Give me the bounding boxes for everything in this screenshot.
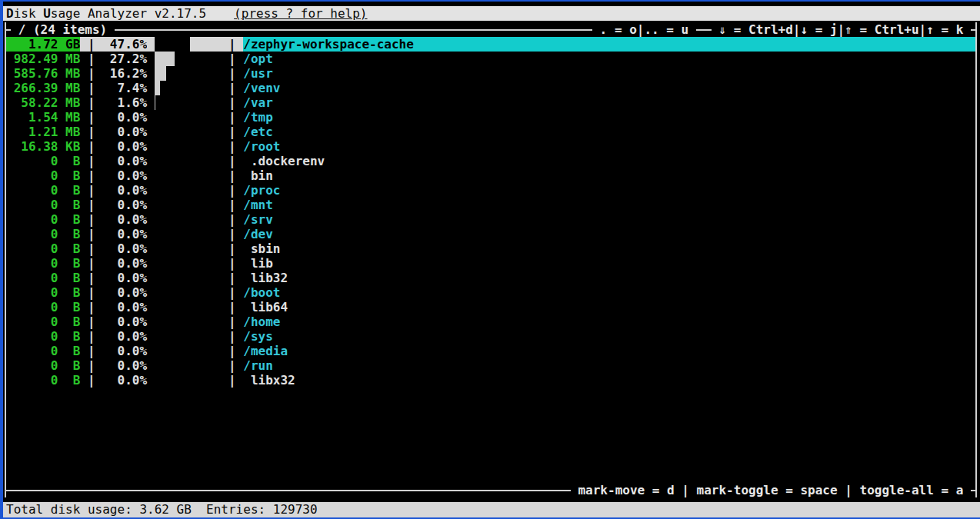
column-separator: | — [80, 139, 102, 154]
item-name: libx32 — [243, 373, 975, 388]
item-name: /home — [243, 314, 975, 329]
list-row[interactable]: 0 B | 0.0% | /boot — [6, 285, 975, 300]
column-gap — [147, 154, 155, 168]
column-gap — [147, 212, 155, 227]
usage-bar — [155, 183, 228, 198]
list-row[interactable]: 0 B | 0.0% | libx32 — [6, 373, 975, 388]
column-separator: | — [228, 256, 243, 271]
item-name: /zephyr-workspace-cache — [243, 37, 975, 52]
column-separator: | — [80, 154, 102, 168]
column-separator: | — [80, 227, 102, 241]
column-separator: | — [80, 344, 102, 358]
column-separator: | — [80, 285, 102, 300]
item-size: 0 B — [6, 300, 80, 314]
item-name: bin — [243, 168, 975, 183]
column-gap — [147, 183, 155, 198]
file-list-panel: / (24 items) . = o|.. = u ⇓ = Ctrl+d|↓ =… — [5, 22, 977, 497]
column-gap — [147, 139, 155, 154]
item-name: /usr — [243, 66, 975, 81]
column-separator: | — [80, 125, 102, 139]
item-size: 58.22 MB — [6, 95, 80, 110]
item-percent: 0.0% — [102, 300, 147, 314]
usage-bar — [155, 81, 228, 95]
item-name: /boot — [243, 285, 975, 300]
list-row[interactable]: 0 B | 0.0% | /run — [6, 358, 975, 373]
panel-top-border: / (24 items) . = o|.. = u ⇓ = Ctrl+d|↓ =… — [6, 22, 975, 37]
terminal-window: Disk Usage Analyzer v2.17.5(press ? for … — [3, 2, 980, 517]
file-name: libx32 — [243, 373, 295, 388]
column-separator: | — [228, 344, 243, 358]
keybind-hint-nav: ⇓ = Ctrl+d|↓ = j|⇑ = Ctrl+u|↑ = k — [712, 22, 971, 37]
file-name: lib32 — [243, 271, 288, 285]
border-line — [115, 29, 592, 31]
column-separator: | — [80, 183, 102, 198]
list-row[interactable]: 0 B | 0.0% | /sys — [6, 329, 975, 344]
item-size: 0 B — [6, 314, 80, 329]
item-percent: 0.0% — [102, 344, 147, 358]
item-percent: 7.4% — [102, 81, 147, 95]
list-row[interactable]: 1.21 MB | 0.0% | /etc — [6, 125, 975, 139]
item-percent: 0.0% — [102, 139, 147, 154]
directory-name: /home — [243, 314, 280, 329]
usage-bar — [155, 139, 228, 154]
item-percent: 0.0% — [102, 373, 147, 388]
usage-bar-fill — [155, 37, 190, 52]
list-row[interactable]: 585.76 MB | 16.2% | /usr — [6, 66, 975, 81]
usage-bar — [155, 241, 228, 256]
item-percent: 0.0% — [102, 198, 147, 212]
list-row[interactable]: 982.49 MB | 27.2% | /opt — [6, 52, 975, 66]
list-row[interactable]: 0 B | 0.0% | lib64 — [6, 300, 975, 314]
column-gap — [147, 95, 155, 110]
file-name: sbin — [243, 241, 280, 256]
column-gap — [147, 37, 155, 52]
column-separator: | — [80, 212, 102, 227]
column-separator: | — [228, 168, 243, 183]
column-separator: | — [80, 198, 102, 212]
column-gap — [147, 329, 155, 344]
list-row[interactable]: 16.38 KB | 0.0% | /root — [6, 139, 975, 154]
usage-bar — [155, 373, 228, 388]
usage-bar — [155, 37, 228, 52]
column-separator: | — [228, 125, 243, 139]
item-size: 0 B — [6, 344, 80, 358]
list-row[interactable]: 0 B | 0.0% | /dev — [6, 227, 975, 241]
keybind-hint-sort: . = o|.. = u — [592, 22, 696, 37]
item-size: 16.38 KB — [6, 139, 80, 154]
list-row[interactable]: 0 B | 0.0% | /srv — [6, 212, 975, 227]
column-separator: | — [228, 358, 243, 373]
column-gap — [147, 256, 155, 271]
list-row[interactable]: 0 B | 0.0% | bin — [6, 168, 975, 183]
app-title: isk — [14, 6, 44, 21]
item-size: 0 B — [6, 285, 80, 300]
usage-bar — [155, 271, 228, 285]
item-percent: 0.0% — [102, 154, 147, 168]
directory-name: /mnt — [243, 198, 273, 212]
column-gap — [147, 110, 155, 125]
list-row[interactable]: 0 B | 0.0% | /media — [6, 344, 975, 358]
list-row[interactable]: 266.39 MB | 7.4% | /venv — [6, 81, 975, 95]
item-percent: 16.2% — [102, 66, 147, 81]
list-row[interactable]: 1.72 GB | 47.6% | /zephyr-workspace-cach… — [6, 37, 975, 52]
column-gap — [147, 285, 155, 300]
column-gap — [147, 271, 155, 285]
list-row[interactable]: 0 B | 0.0% | /proc — [6, 183, 975, 198]
item-name: /root — [243, 139, 975, 154]
item-percent: 0.0% — [102, 314, 147, 329]
list-row[interactable]: 0 B | 0.0% | lib — [6, 256, 975, 271]
list-row[interactable]: 1.54 MB | 0.0% | /tmp — [6, 110, 975, 125]
list-row[interactable]: 0 B | 0.0% | lib32 — [6, 271, 975, 285]
file-name: .dockerenv — [243, 154, 325, 168]
item-name: /venv — [243, 81, 975, 95]
column-separator: | — [80, 373, 102, 388]
app-title-hotkey-d: D — [6, 6, 14, 21]
list-row[interactable]: 0 B | 0.0% | /mnt — [6, 198, 975, 212]
usage-bar — [155, 154, 228, 168]
column-separator: | — [228, 110, 243, 125]
list-row[interactable]: 58.22 MB | 1.6% | /var — [6, 95, 975, 110]
directory-name: /tmp — [243, 110, 273, 125]
item-name: lib64 — [243, 300, 975, 314]
list-row[interactable]: 0 B | 0.0% | .dockerenv — [6, 154, 975, 168]
item-percent: 0.0% — [102, 256, 147, 271]
list-row[interactable]: 0 B | 0.0% | sbin — [6, 241, 975, 256]
list-row[interactable]: 0 B | 0.0% | /home — [6, 314, 975, 329]
